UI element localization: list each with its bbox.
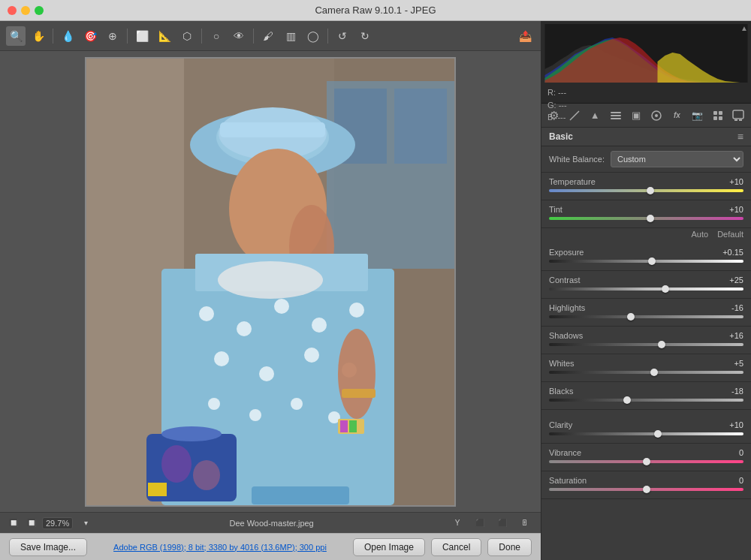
svg-point-24 [249,409,261,421]
cancel-button[interactable]: Cancel [431,538,481,556]
vibrance-slider[interactable] [549,460,743,463]
contrast-slider[interactable] [549,288,743,291]
whites-slider[interactable] [549,371,743,374]
clarity-track[interactable] [549,432,743,435]
tool-separator-5 [327,29,328,44]
saturation-value: 0 [717,476,743,485]
histogram-area: ▲ R: --- G: --- B: --- [541,21,751,104]
canvas-area [0,51,541,512]
contrast-label: Contrast [549,275,613,285]
photo-image [86,59,454,505]
highlights-slider[interactable] [549,315,743,318]
transform-tool[interactable]: ⬡ [177,26,197,46]
exposure-slider[interactable] [549,260,743,263]
save-to-new-location-button[interactable]: 📤 [515,26,535,46]
view-toggle-1[interactable]: 🔲 [6,516,21,531]
svg-point-20 [259,366,274,381]
graduated-filter[interactable]: ▥ [281,26,300,46]
highlights-track[interactable] [549,315,743,318]
tint-track[interactable] [549,217,743,220]
shadows-track[interactable] [549,343,743,346]
undo-button[interactable]: ↺ [333,26,352,46]
save-image-button[interactable]: Save Image... [9,538,87,556]
svg-point-21 [304,348,319,363]
maximize-button[interactable] [35,6,44,15]
title-bar: Camera Raw 9.10.1 - JPEG [0,0,751,21]
zoom-level[interactable]: 29.7% [42,517,73,529]
compare-button[interactable]: ⬛ [470,513,490,533]
contrast-track[interactable] [549,288,743,291]
minimize-button[interactable] [21,6,30,15]
whites-track[interactable] [549,371,743,374]
clarity-value: +10 [717,420,743,429]
vibrance-label: Vibrance [549,448,613,457]
close-button[interactable] [8,6,17,15]
done-button[interactable]: Done [487,538,532,556]
temperature-thumb[interactable] [647,187,654,194]
photo-container [85,57,456,507]
blacks-value: -18 [717,387,743,396]
red-eye-tool[interactable]: 👁 [229,26,249,46]
auto-button[interactable]: Auto [692,230,709,239]
action-bar: Save Image... Adobe RGB (1998); 8 bit; 3… [0,533,541,560]
shadows-thumb[interactable] [658,341,665,348]
color-sampler-tool[interactable]: 🎯 [80,26,100,46]
toolbar: 🔍 ✋ 💧 🎯 ⊕ ⬜ 📐 ⬡ ○ 👁 🖌 ▥ ◯ ↺ ↻ 📤 [0,21,541,51]
svg-point-17 [312,318,327,333]
rgb-values: R: --- G: --- B: --- [544,85,748,125]
blacks-label: Blacks [549,387,613,396]
vibrance-thumb[interactable] [643,458,650,465]
temperature-slider[interactable] [549,189,743,192]
exposure-track[interactable] [549,260,743,263]
spot-removal-tool[interactable]: ○ [207,26,226,46]
target-adjustment-tool[interactable]: ⊕ [103,26,122,46]
y-icon[interactable]: Y [448,513,467,533]
saturation-track[interactable] [549,488,743,491]
clarity-label: Clarity [549,420,613,429]
saturation-slider[interactable] [549,488,743,491]
status-right: Y ⬛ ⬛ 🎚 [448,513,535,533]
crop-tool[interactable]: ⬜ [132,26,152,46]
highlights-thumb[interactable] [627,313,635,321]
blacks-thumb[interactable] [623,396,631,404]
section-menu-button[interactable]: ≡ [737,131,743,143]
zoom-dropdown[interactable]: ▾ [76,513,95,533]
clarity-slider[interactable] [549,432,743,435]
highlights-label: Highlights [549,303,613,312]
blacks-slider[interactable] [549,399,743,402]
exposure-value: +0.15 [717,248,743,257]
zoom-tool[interactable]: 🔍 [6,26,26,46]
tint-control: Tint +10 [541,200,751,228]
fullscreen-button[interactable]: ⬛ [493,513,512,533]
redo-button[interactable]: ↻ [355,26,375,46]
saturation-thumb[interactable] [643,486,650,493]
temperature-track[interactable] [549,189,743,192]
white-balance-select[interactable]: Custom As Shot Auto Daylight Cloudy Shad… [611,151,743,167]
status-bar: 🔲 🔲 29.7% ▾ Dee Wood-master.jpeg Y ⬛ ⬛ 🎚 [0,512,541,533]
file-info-link[interactable]: Adobe RGB (1998); 8 bit; 3380 by 4016 (1… [93,543,347,552]
histogram-indicator: ▲ [740,24,748,32]
clarity-thumb[interactable] [654,430,662,438]
clarity-row: Clarity +10 [549,420,743,429]
svg-point-34 [161,426,222,441]
tint-thumb[interactable] [647,215,654,222]
blacks-track[interactable] [549,399,743,402]
exposure-thumb[interactable] [648,257,656,265]
eyedropper-tool[interactable]: 💧 [58,26,77,46]
open-image-button[interactable]: Open Image [353,538,425,556]
tint-slider[interactable] [549,217,743,220]
vibrance-control: Vibrance 0 [541,444,751,471]
contrast-thumb[interactable] [662,285,669,293]
whites-thumb[interactable] [650,369,658,376]
hand-tool[interactable]: ✋ [29,26,48,46]
temperature-value: +10 [717,177,743,186]
adjustment-brush[interactable]: 🖌 [258,26,278,46]
vibrance-track[interactable] [549,460,743,463]
default-button[interactable]: Default [717,230,743,239]
shadows-slider[interactable] [549,343,743,346]
straighten-tool[interactable]: 📐 [155,26,174,46]
workflow-options[interactable]: 🎚 [515,513,535,533]
radial-filter[interactable]: ◯ [303,26,323,46]
view-toggle-2[interactable]: 🔲 [24,516,39,531]
temperature-row: Temperature +10 [549,177,743,186]
